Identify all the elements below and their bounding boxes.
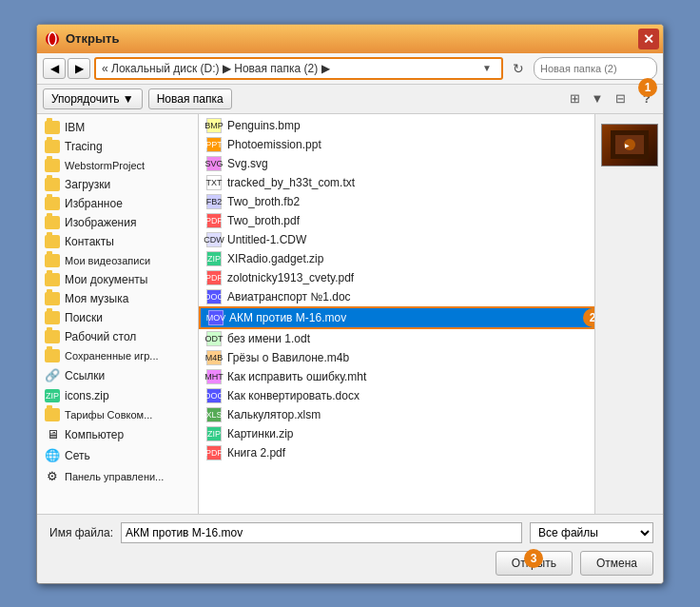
file-item[interactable]: M4B Грёзы о Вавилоне.m4b <box>199 348 594 367</box>
file-name: Калькулятор.xlsm <box>227 408 321 421</box>
view-buttons: ⊞ ▼ ⊟ <box>564 88 631 109</box>
main-area: IBM Tracing WebstormProject Загрузки Изб… <box>37 114 663 514</box>
sidebar-label: Ссылки <box>65 369 105 382</box>
file-item[interactable]: PPT Photoemission.ppt <box>199 135 594 154</box>
file-item[interactable]: PDF zolotnicky1913_cvety.pdf <box>199 268 594 287</box>
file-name: Untitled-1.CDW <box>227 233 306 246</box>
zip2-icon: ZIP <box>206 426 222 441</box>
file-name: Картинки.zip <box>227 427 294 441</box>
file-item[interactable]: ZIP Картинки.zip <box>199 424 594 443</box>
file-name: Svg.svg <box>227 157 268 170</box>
address-path-box[interactable]: « Локальный диск (D:) ▶ Новая папка (2) … <box>94 57 503 80</box>
sidebar-item-MoyaMuzyka[interactable]: Моя музыка <box>37 289 198 308</box>
folder-icon <box>45 178 60 191</box>
sidebar-label: Контакты <box>65 235 114 248</box>
sidebar-item-MoiVideo[interactable]: Мои видеозаписи <box>37 251 198 270</box>
sidebar-item-Set[interactable]: 🌐 Сеть <box>37 445 198 466</box>
sidebar-item-SohranIgry[interactable]: Сохраненные игр... <box>37 346 198 365</box>
ppt-icon: PPT <box>206 137 222 152</box>
folder-icon <box>45 235 60 248</box>
sidebar-item-Kontakty[interactable]: Контакты <box>37 232 198 251</box>
address-bar: ◀ ▶ « Локальный диск (D:) ▶ Новая папка … <box>37 53 663 85</box>
folder-icon <box>45 121 60 134</box>
cdw-icon: CDW <box>206 232 222 247</box>
action-row: Открыть 3 Отмена <box>47 551 653 576</box>
file-item[interactable]: BMP Penguins.bmp <box>199 116 594 135</box>
file-name: Photoemission.ppt <box>227 138 321 151</box>
sidebar-item-RabStol[interactable]: Рабочий стол <box>37 327 198 346</box>
sidebar-item-Zagruzki[interactable]: Загрузки <box>37 175 198 194</box>
svg-point-0 <box>46 32 59 46</box>
pdf3-icon: PDF <box>206 445 222 460</box>
sidebar-label: Изображения <box>65 216 136 229</box>
cancel-button[interactable]: Отмена <box>580 551 653 576</box>
sidebar-item-Poiski[interactable]: Поиски <box>37 308 198 327</box>
address-dropdown-icon[interactable]: ▼ <box>482 63 496 73</box>
link-icon: 🔗 <box>45 368 60 383</box>
file-item[interactable]: XLS Калькулятор.xlsm <box>199 405 594 424</box>
file-item[interactable]: MHT Как исправить ошибку.mht <box>199 367 594 386</box>
filename-input[interactable] <box>121 522 522 543</box>
new-folder-button[interactable]: Новая папка <box>148 88 232 109</box>
sidebar: IBM Tracing WebstormProject Загрузки Изб… <box>37 114 199 514</box>
sidebar-item-Ssylki[interactable]: 🔗 Ссылки <box>37 365 198 386</box>
search-input[interactable] <box>540 63 664 74</box>
sidebar-item-icons-zip[interactable]: ZIP icons.zip <box>37 386 198 405</box>
file-name: Penguins.bmp <box>227 119 301 132</box>
file-name: Грёзы о Вавилоне.m4b <box>227 351 349 364</box>
sidebar-item-Panel[interactable]: ⚙ Панель управлени... <box>37 466 198 487</box>
file-item[interactable]: CDW Untitled-1.CDW <box>199 230 594 249</box>
sidebar-label: Сохраненные игр... <box>65 350 159 362</box>
sidebar-label: Тарифы Совком... <box>65 409 152 421</box>
refresh-button[interactable]: ↻ <box>507 57 530 80</box>
search-box[interactable] <box>534 57 657 80</box>
badge-3: 3 <box>524 549 543 568</box>
sidebar-item-Izobrazheniya[interactable]: Изображения <box>37 213 198 232</box>
sidebar-item-Tarify[interactable]: Тарифы Совком... <box>37 405 198 424</box>
file-name: Two_broth.pdf <box>227 214 300 227</box>
sidebar-label: Панель управлени... <box>65 471 164 482</box>
view-list-button[interactable]: ▼ <box>587 88 608 109</box>
file-item[interactable]: SVG Svg.svg <box>199 154 594 173</box>
folder-icon <box>45 408 60 421</box>
sidebar-item-Izbrannoe[interactable]: Избранное <box>37 194 198 213</box>
file-item[interactable]: DOC Авиатранспорт №1.doc <box>199 287 594 306</box>
view-large-button[interactable]: ⊟ <box>610 88 631 109</box>
file-item[interactable]: TXT tracked_by_h33t_com.txt <box>199 173 594 192</box>
sidebar-label: WebstormProject <box>65 160 145 171</box>
m4b-icon: M4B <box>206 350 222 365</box>
folder-icon <box>45 197 60 210</box>
doc-icon: DOC <box>206 289 222 304</box>
sidebar-item-Kompyuter[interactable]: 🖥 Компьютер <box>37 424 198 445</box>
sidebar-label: Поиски <box>65 311 103 324</box>
close-button[interactable]: ✕ <box>638 29 659 49</box>
file-item[interactable]: ZIP XIRadio.gadget.zip <box>199 249 594 268</box>
txt-icon: TXT <box>206 175 222 190</box>
file-item[interactable]: PDF Two_broth.pdf <box>199 211 594 230</box>
file-name: Как исправить ошибку.mht <box>227 370 366 383</box>
sidebar-item-MoiDoc[interactable]: Мои документы <box>37 270 198 289</box>
view-details-button[interactable]: ⊞ <box>564 88 585 109</box>
file-item[interactable]: FB2 Two_broth.fb2 <box>199 192 594 211</box>
badge-2: 2 <box>583 308 594 327</box>
sidebar-label: Мои видеозаписи <box>65 255 150 266</box>
sort-button[interactable]: Упорядочить ▼ <box>43 88 143 109</box>
mov-icon: MOV <box>208 310 224 325</box>
sidebar-label: Моя музыка <box>65 292 128 305</box>
file-item-selected[interactable]: MOV АКМ против М-16.mov 2 <box>199 306 594 329</box>
file-item[interactable]: ODT без имени 1.odt <box>199 329 594 348</box>
file-name: АКМ против М-16.mov <box>229 311 346 324</box>
sidebar-item-WebstormProject[interactable]: WebstormProject <box>37 156 198 175</box>
sidebar-label: IBM <box>65 121 85 134</box>
file-name: zolotnicky1913_cvety.pdf <box>227 271 354 284</box>
forward-button[interactable]: ▶ <box>68 58 90 79</box>
sidebar-item-Tracing[interactable]: Tracing <box>37 137 198 156</box>
badge-1: 1 <box>638 78 657 97</box>
back-button[interactable]: ◀ <box>43 58 66 79</box>
file-name: XIRadio.gadget.zip <box>227 252 323 265</box>
file-item[interactable]: PDF Книга 2.pdf <box>199 443 594 462</box>
filetype-select[interactable]: Все файлы <box>530 522 653 543</box>
file-item[interactable]: DOC Как конвертировать.docx <box>199 386 594 405</box>
sidebar-item-IBM[interactable]: IBM <box>37 118 198 137</box>
folder-icon <box>45 159 60 172</box>
